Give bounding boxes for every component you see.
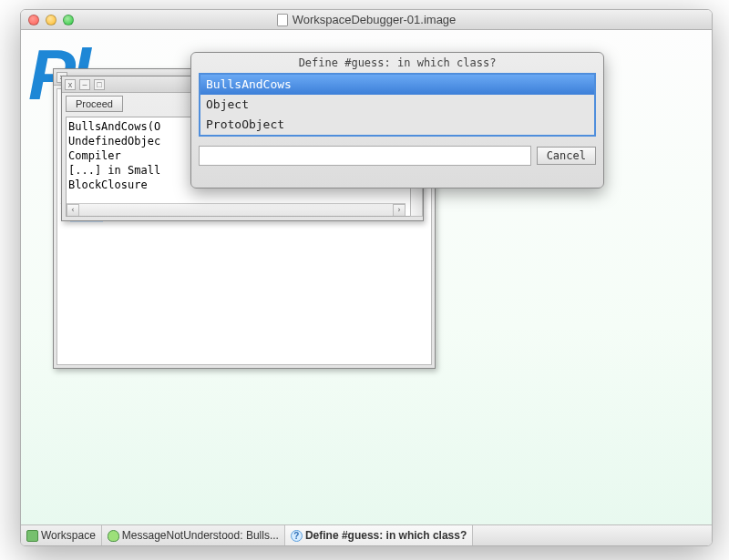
dialog-filter-input[interactable]: [199, 146, 531, 166]
mac-window-title: WorkspaceDebugger-01.image: [21, 13, 712, 26]
bug-icon: [108, 530, 119, 542]
taskbar-label: Workspace: [41, 529, 96, 542]
debugger-min-button[interactable]: –: [79, 79, 90, 90]
class-option[interactable]: ProtoObject: [200, 115, 594, 135]
scroll-left-icon[interactable]: ‹: [67, 204, 79, 217]
scroll-right-icon[interactable]: ›: [393, 204, 406, 217]
debugger-hscrollbar[interactable]: ‹ ›: [67, 203, 406, 216]
taskbar-label: MessageNotUnderstood: Bulls...: [122, 529, 279, 542]
proceed-button[interactable]: Proceed: [66, 96, 123, 112]
taskbar-item-debugger[interactable]: MessageNotUnderstood: Bulls...: [102, 525, 285, 545]
close-window-button[interactable]: [28, 15, 39, 25]
dialog-title: Define #guess: in which class?: [199, 56, 596, 69]
cancel-button[interactable]: Cancel: [537, 147, 596, 165]
mac-titlebar: WorkspaceDebugger-01.image: [21, 10, 712, 30]
traffic-lights: [21, 15, 74, 25]
question-icon: ?: [291, 530, 303, 542]
taskbar-item-dialog[interactable]: ? Define #guess: in which class?: [285, 525, 473, 545]
taskbar-item-workspace[interactable]: Workspace: [21, 525, 102, 545]
class-list[interactable]: BullsAndCows Object ProtoObject: [199, 73, 596, 137]
debugger-toolbar: Proceed: [66, 96, 123, 112]
dialog-bottom-row: Cancel: [199, 146, 596, 166]
zoom-window-button[interactable]: [63, 15, 74, 25]
debugger-close-button[interactable]: x: [65, 79, 76, 90]
taskbar: Workspace MessageNotUnderstood: Bulls...…: [21, 524, 712, 545]
mac-window-title-text: WorkspaceDebugger-01.image: [293, 13, 457, 26]
document-icon: [277, 14, 288, 26]
debugger-max-button[interactable]: □: [94, 79, 105, 90]
minimize-window-button[interactable]: [46, 15, 56, 25]
class-option[interactable]: Object: [200, 95, 594, 115]
mac-window: WorkspaceDebugger-01.image Pl × x ga ga …: [20, 9, 713, 546]
define-method-dialog[interactable]: Define #guess: in which class? BullsAndC…: [190, 52, 604, 188]
taskbar-label: Define #guess: in which class?: [305, 529, 467, 542]
workspace-icon: [26, 530, 38, 542]
class-option-selected[interactable]: BullsAndCows: [200, 75, 594, 95]
pharo-world[interactable]: Pl × x ga ga x – □ MessageNo P: [21, 30, 712, 524]
